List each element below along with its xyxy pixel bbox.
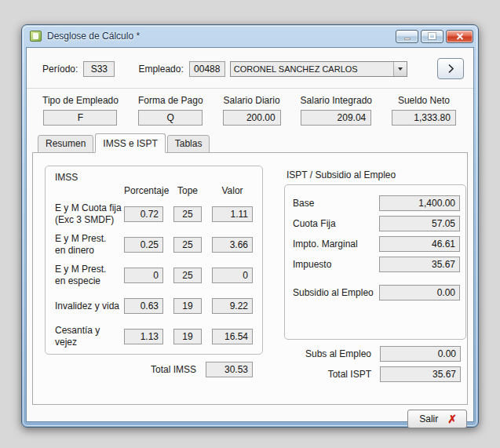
maximize-icon xyxy=(429,33,436,39)
salario-integrado-value: 209.04 xyxy=(301,110,371,126)
impto-marginal-label: Impto. Marginal xyxy=(293,239,379,250)
titlebar[interactable]: Desglose de Cálculo * xyxy=(22,25,478,47)
imss-row-label: E y M Prest. en dinero xyxy=(55,233,124,257)
chevron-down-icon xyxy=(398,67,403,71)
total-imss-label: Total IMSS xyxy=(151,364,196,375)
salario-diario-label: Salario Diario xyxy=(224,95,280,106)
dialog-client-area: Período: Empleado: CORONEL SANCHEZ CARLO… xyxy=(26,47,474,422)
summary-sueldo-neto: Sueldo Neto 1,333.80 xyxy=(392,95,456,126)
summary-forma-pago: Forma de Pago Q xyxy=(138,95,203,126)
salario-integrado-label: Salario Integrado xyxy=(301,95,372,106)
imss-row-label: Cesantía y vejez xyxy=(55,325,124,348)
subs-empleo-label: Subs al Empleo xyxy=(284,348,380,360)
imss-valor-field: 9.22 xyxy=(212,298,253,314)
imss-tope-field: 25 xyxy=(173,268,202,283)
impto-marginal-value: 46.61 xyxy=(379,236,460,252)
imss-row-prest-dinero: E y M Prest. en dinero 0.25 25 3.66 xyxy=(55,233,253,257)
impuesto-label: Impuesto xyxy=(293,259,379,271)
tipo-empleado-label: Tipo de Empleado xyxy=(42,95,119,106)
ispt-row-impuesto: Impuesto 35.67 xyxy=(293,257,460,272)
salir-button[interactable]: Salir ✗ xyxy=(407,410,467,428)
forma-pago-label: Forma de Pago xyxy=(138,95,203,106)
total-ispt-value: 35.67 xyxy=(380,366,461,382)
salir-x-icon: ✗ xyxy=(447,413,457,424)
dropdown-arrow-button[interactable] xyxy=(393,62,407,76)
imss-rows: E y M Cuota fija (Exc 3 SMDF) 0.72 25 1.… xyxy=(55,202,253,348)
summary-salario-diario: Salario Diario 200.00 xyxy=(223,95,281,126)
imss-porcentaje-field: 0 xyxy=(124,268,163,283)
ispt-group: Base 1,400.00 Cuota Fija 57.05 Impto. Ma… xyxy=(284,184,466,340)
subsidio-empleo-label: Subsidio al Empleo xyxy=(293,287,379,299)
window-title: Desglose de Cálculo * xyxy=(47,31,140,42)
imss-tope-field: 19 xyxy=(173,329,202,344)
summary-salario-integrado: Salario Integrado 209.04 xyxy=(301,95,372,126)
salir-button-label: Salir xyxy=(419,413,438,424)
sueldo-neto-label: Sueldo Neto xyxy=(398,95,450,106)
imss-row-invalidez: Invalidez y vida 0.63 19 9.22 xyxy=(55,294,253,318)
imss-tope-field: 25 xyxy=(173,237,202,253)
ispt-totals: Subs al Empleo 0.00 Total ISPT 35.67 xyxy=(284,346,466,387)
imss-column-headers: Porcentaje Tope Valor xyxy=(55,185,253,196)
porcentaje-column-header: Porcentaje xyxy=(124,185,163,196)
empleado-dropdown[interactable]: CORONEL SANCHEZ CARLOS xyxy=(230,61,407,77)
imss-row-label: E y M Cuota fija (Exc 3 SMDF) xyxy=(55,202,124,226)
summary-row: Tipo de Empleado F Forma de Pago Q Salar… xyxy=(27,89,473,126)
total-ispt-label: Total ISPT xyxy=(284,369,380,381)
ispt-row-cuota-fija: Cuota Fija 57.05 xyxy=(293,216,460,231)
next-record-button[interactable] xyxy=(437,58,464,79)
ispt-row-subsidio: Subsidio al Empleo 0.00 xyxy=(293,285,460,300)
imss-valor-field: 3.66 xyxy=(212,237,253,253)
imss-porcentaje-field: 0.25 xyxy=(124,237,163,253)
imss-porcentaje-field: 1.13 xyxy=(124,329,163,344)
ispt-row-base: Base 1,400.00 xyxy=(293,195,460,211)
periodo-input[interactable] xyxy=(83,61,115,77)
total-imss-value: 30.53 xyxy=(206,362,253,377)
imss-tope-field: 19 xyxy=(173,298,202,314)
imss-valor-field: 0 xyxy=(212,268,253,283)
imss-porcentaje-field: 0.63 xyxy=(124,298,163,314)
base-label: Base xyxy=(293,198,379,209)
footer: Salir ✗ xyxy=(27,405,473,428)
imss-row-label: E y M Prest. en especie xyxy=(55,264,124,287)
total-ispt-row: Total ISPT 35.67 xyxy=(284,366,461,382)
imss-group: IMSS Porcentaje Tope Valor E y M Cuota f… xyxy=(45,166,263,355)
imss-row-cuota-fija: E y M Cuota fija (Exc 3 SMDF) 0.72 25 1.… xyxy=(55,202,253,226)
close-button[interactable] xyxy=(446,30,473,43)
empleado-dropdown-value: CORONEL SANCHEZ CARLOS xyxy=(231,62,393,76)
tab-imss-e-ispt[interactable]: IMSS e ISPT xyxy=(95,133,165,153)
imss-valor-field: 1.11 xyxy=(212,206,253,222)
tab-tablas[interactable]: Tablas xyxy=(167,135,210,153)
cuota-fija-value: 57.05 xyxy=(379,216,460,231)
valor-column-header: Valor xyxy=(212,185,253,196)
salario-diario-value: 200.00 xyxy=(223,110,281,126)
record-header: Período: Empleado: CORONEL SANCHEZ CARLO… xyxy=(27,48,473,79)
forma-pago-value: Q xyxy=(138,110,203,126)
minimize-button[interactable] xyxy=(396,30,418,43)
imss-porcentaje-field: 0.72 xyxy=(124,206,163,222)
minimize-icon xyxy=(404,38,411,40)
maximize-button[interactable] xyxy=(421,30,443,43)
chevron-right-icon xyxy=(447,64,454,74)
sueldo-neto-value: 1,333.80 xyxy=(392,110,456,126)
impuesto-value: 35.67 xyxy=(379,257,460,272)
empleado-number-input[interactable] xyxy=(189,61,225,77)
subs-empleo-value: 0.00 xyxy=(380,346,461,362)
close-icon xyxy=(456,33,464,40)
subsidio-empleo-value: 0.00 xyxy=(379,285,460,300)
imss-row-prest-especie: E y M Prest. en especie 0 25 0 xyxy=(55,264,253,287)
summary-tipo-empleado: Tipo de Empleado F xyxy=(42,95,119,126)
tab-resumen[interactable]: Resumen xyxy=(38,135,93,153)
base-value: 1,400.00 xyxy=(379,195,460,211)
imss-valor-field: 16.54 xyxy=(212,329,253,344)
empleado-label: Empleado: xyxy=(138,64,183,75)
periodo-label: Período: xyxy=(42,64,78,75)
cuota-fija-label: Cuota Fija xyxy=(293,218,379,230)
imss-row-cesantia: Cesantía y vejez 1.13 19 16.54 xyxy=(55,325,253,348)
imss-tope-field: 25 xyxy=(173,206,202,222)
tipo-empleado-value: F xyxy=(43,110,117,126)
imss-row-label: Invalidez y vida xyxy=(55,300,124,312)
subs-empleo-row: Subs al Empleo 0.00 xyxy=(284,346,461,362)
dialog-window: Desglose de Cálculo * Período: Empleado:… xyxy=(21,24,479,428)
tab-panel: IMSS Porcentaje Tope Valor E y M Cuota f… xyxy=(32,152,468,405)
imss-group-title: IMSS xyxy=(55,172,253,183)
